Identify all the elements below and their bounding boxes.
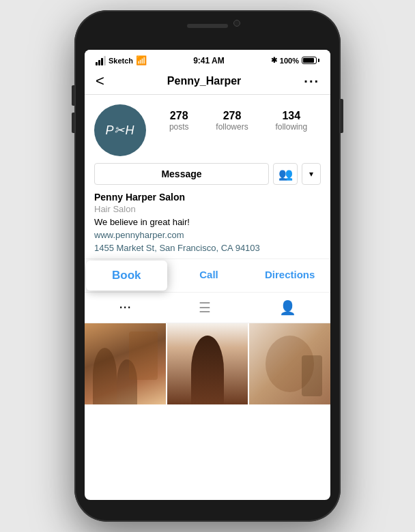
carrier-label: Sketch	[109, 57, 133, 65]
posts-stat: 278 posts	[169, 110, 189, 132]
following-stat[interactable]: 134 following	[275, 110, 307, 132]
directions-button[interactable]: Directions	[249, 259, 330, 292]
photo-cell-2[interactable]	[167, 323, 248, 404]
battery-fill	[303, 58, 314, 63]
signal-bar-4	[104, 56, 106, 65]
wifi-icon: 📶	[136, 55, 147, 65]
chevron-down-icon: ▾	[309, 169, 313, 179]
stats-row: 278 posts 278 followers 134 following	[156, 104, 321, 132]
category-label: Hair Salon	[94, 204, 321, 214]
book-button[interactable]: Book	[86, 261, 167, 291]
tab-row: ‧‧‧ ☰ 👤	[85, 293, 330, 323]
photo-cell-3[interactable]	[249, 323, 330, 404]
photo-grid	[85, 323, 330, 404]
power-btn	[341, 99, 343, 133]
phone-wrapper: Sketch 📶 9:41 AM ✱ 100% <	[0, 0, 415, 532]
book-label: Book	[112, 269, 141, 282]
volume-down-btn	[72, 113, 74, 133]
status-bar: Sketch 📶 9:41 AM ✱ 100%	[85, 50, 330, 68]
posts-count: 278	[170, 110, 188, 122]
battery-pct: 100%	[280, 57, 299, 65]
phone-screen: Sketch 📶 9:41 AM ✱ 100% <	[85, 50, 330, 500]
phone-camera	[233, 20, 240, 27]
back-button[interactable]: <	[96, 72, 104, 90]
followers-stat[interactable]: 278 followers	[216, 110, 248, 132]
action-row: Message 👥 ▾	[85, 163, 330, 192]
directions-label: Directions	[265, 269, 315, 280]
grid-tab[interactable]: ‧‧‧	[119, 299, 131, 316]
avatar-initials: P✂H	[105, 123, 134, 138]
battery-cap	[318, 59, 319, 62]
battery-body	[302, 57, 317, 64]
phone-speaker	[187, 24, 228, 28]
status-right: ✱ 100%	[271, 56, 319, 65]
status-time: 9:41 AM	[193, 56, 225, 65]
signal-bar-3	[101, 58, 103, 65]
website-link[interactable]: www.pennyharper.com	[94, 230, 321, 240]
battery-indicator	[302, 57, 319, 64]
signal-bars	[96, 56, 106, 65]
message-button[interactable]: Message	[94, 163, 269, 185]
contact-actions-row: Book Call Directions	[85, 258, 330, 293]
follow-icon-button[interactable]: 👥	[273, 163, 298, 185]
status-left: Sketch 📶	[96, 55, 147, 65]
bluetooth-icon: ✱	[271, 56, 277, 65]
bio-text: We believe in great hair!	[94, 217, 321, 227]
signal-bar-2	[98, 60, 100, 65]
list-tab[interactable]: ☰	[199, 299, 211, 316]
avatar: P✂H	[94, 104, 146, 156]
display-name: Penny Harper Salon	[94, 192, 321, 203]
posts-label: posts	[169, 122, 189, 132]
bio-section: Penny Harper Salon Hair Salon We believe…	[85, 192, 330, 258]
volume-up-btn	[72, 85, 74, 106]
tagged-tab[interactable]: 👤	[279, 299, 296, 316]
more-options-button[interactable]: ···	[304, 74, 319, 89]
phone-frame: Sketch 📶 9:41 AM ✱ 100% <	[74, 10, 341, 522]
call-label: Call	[199, 269, 218, 280]
address-text[interactable]: 1455 Market St, San Francisco, CA 94103	[94, 243, 321, 253]
dropdown-button[interactable]: ▾	[302, 163, 321, 185]
followers-count: 278	[223, 110, 242, 122]
followers-label: followers	[216, 122, 248, 132]
profile-section: P✂H 278 posts 278 followers 134 followin…	[85, 95, 330, 163]
following-count: 134	[282, 110, 300, 122]
call-button[interactable]: Call	[169, 259, 250, 292]
nav-bar: < Penny_Harper ···	[85, 68, 330, 95]
person-check-icon: 👥	[278, 167, 293, 181]
photo-cell-1[interactable]	[85, 323, 166, 404]
following-label: following	[275, 122, 307, 132]
profile-username: Penny_Harper	[167, 75, 242, 87]
signal-bar-1	[96, 62, 98, 65]
